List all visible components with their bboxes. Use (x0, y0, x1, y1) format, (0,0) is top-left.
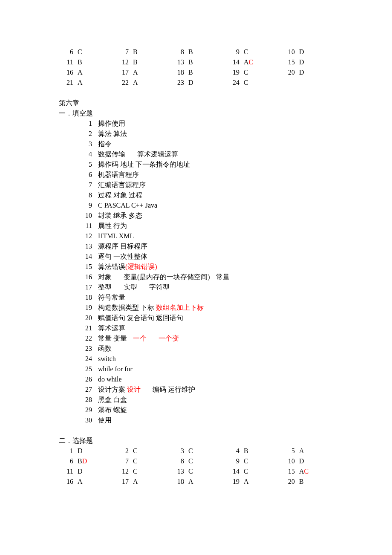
answer-correction-text: 数组名加上下标 (156, 304, 204, 311)
answer-text: 函数 (98, 345, 112, 352)
answer-letter: B (78, 456, 82, 466)
fill-blank-number: 20 (59, 313, 98, 323)
fill-blank-row: 6机器语言程序 (59, 170, 349, 180)
question-number: 20 (280, 67, 299, 78)
answer-text: 封装 继承 多态 (98, 212, 142, 219)
fill-blank-row: 4数据传输算术逻辑运算 (59, 149, 349, 159)
answer-letter: D (78, 466, 83, 477)
answer-letter: A (299, 446, 304, 456)
answer-cell: 8B (170, 47, 225, 57)
answer-cell: 11D (59, 466, 114, 477)
fill-blank-answer: 封装 继承 多态 (98, 211, 349, 221)
answer-row: 11D12C13C14C15A C (59, 466, 349, 477)
fill-blank-answer: 属性 行为 (98, 221, 349, 231)
answer-letter: D (188, 78, 193, 88)
fill-blank-answer: 赋值语句 复合语句 返回语句 (98, 313, 349, 323)
answer-text: 操作使用 (98, 120, 125, 127)
answer-letter: C (244, 47, 248, 57)
fill-blanks-list: 1操作使用2算法 算法3指令4数据传输算术逻辑运算5操作码 地址 下一条指令的地… (59, 119, 349, 425)
answer-text: 算术运算 (98, 324, 125, 332)
fill-blank-answer: HTML XML (98, 231, 349, 241)
question-number: 13 (170, 57, 188, 67)
answer-text: 指令 (98, 140, 112, 147)
question-number: 10 (280, 47, 299, 57)
answer-text: 逐句 一次性整体 (98, 253, 147, 260)
top-multiple-choice-block: 6C7B8B9C10D11B12B13B14A C15D16A17A18B19C… (59, 47, 349, 88)
question-number: 16 (59, 67, 78, 78)
question-number: 7 (114, 47, 133, 57)
answer-text: 算法错误 (98, 263, 125, 270)
answer-letter: B (133, 57, 138, 67)
answer-letter: B (133, 47, 138, 57)
fill-blank-answer: 整型实型字符型 (98, 282, 349, 292)
question-number: 18 (170, 67, 188, 78)
answer-text: 构造数据类型 下标 (98, 304, 156, 311)
fill-blank-answer: 算术运算 (98, 323, 349, 333)
fill-blank-row: 30使用 (59, 415, 349, 425)
answer-cell: 1D (59, 446, 114, 456)
fill-blank-number: 22 (59, 333, 98, 344)
answer-row: 16A17A18B19C20D (59, 67, 349, 78)
question-number: 15 (280, 57, 299, 67)
fill-blank-number: 13 (59, 241, 98, 251)
question-number: 17 (114, 67, 133, 78)
answer-row: 16A17A18A19A20B (59, 477, 349, 487)
answer-letter: C (244, 78, 248, 88)
answer-text: 机器语言程序 (98, 171, 139, 178)
answer-letter: A (133, 78, 138, 88)
answer-cell: 19C (225, 67, 280, 78)
fill-blank-answer: 符号常量 (98, 292, 349, 303)
question-number: 19 (225, 477, 244, 487)
fill-blank-number: 5 (59, 159, 98, 170)
question-number: 12 (114, 466, 133, 477)
answer-cell: 20B (280, 477, 336, 487)
fill-blank-number: 4 (59, 149, 98, 159)
fill-blank-number: 1 (59, 119, 98, 129)
answer-text: C PASCAL C++ Java (98, 202, 157, 209)
answer-cell: 18B (170, 67, 225, 78)
fill-blank-answer: 设计方案 设计编码 运行维护 (98, 384, 349, 395)
fill-blank-row: 17整型实型字符型 (59, 282, 349, 292)
answer-row: 11B12B13B14A C15D (59, 57, 349, 67)
answer-letter: C (133, 466, 138, 477)
fill-blank-answer: 使用 (98, 415, 349, 425)
answer-text: 汇编语言源程序 (98, 181, 146, 188)
fill-blank-row: 20赋值语句 复合语句 返回语句 (59, 313, 349, 323)
fill-blank-number: 16 (59, 272, 98, 282)
fill-blank-answer: 数据传输算术逻辑运算 (98, 149, 349, 159)
fill-blank-row: 3指令 (59, 139, 349, 149)
answer-text: 编码 运行维护 (153, 386, 195, 393)
answer-text: 赋值语句 复合语句 返回语句 (98, 314, 183, 321)
question-number: 16 (59, 477, 78, 487)
answer-letter: C (133, 456, 138, 466)
answer-text: 源程序 目标程序 (98, 243, 147, 250)
answer-letter: A (78, 78, 83, 88)
fill-blank-number: 25 (59, 364, 98, 374)
fill-blank-answer: 汇编语言源程序 (98, 180, 349, 190)
answer-letter: B (188, 57, 193, 67)
fill-blank-answer: 函数 (98, 344, 349, 354)
answer-letter: B (299, 477, 304, 487)
question-number: 11 (59, 57, 78, 67)
answer-cell: 17A (114, 477, 170, 487)
answer-row: 21A22A23D24C (59, 78, 349, 88)
fill-blank-row: 16对象变量(是内存的一块存储空间)常量 (59, 272, 349, 282)
answer-cell: 3C (170, 446, 225, 456)
answer-text: switch (98, 355, 116, 362)
fill-blank-answer: 机器语言程序 (98, 170, 349, 180)
fill-blank-row: 19构造数据类型 下标 数组名加上下标 (59, 303, 349, 313)
fill-blank-number: 15 (59, 262, 98, 272)
answer-correction-text: 设计 (127, 386, 141, 393)
answer-letter: C (188, 466, 193, 477)
question-number: 12 (114, 57, 133, 67)
answer-text: do while (98, 376, 122, 383)
answer-cell: 19A (225, 477, 280, 487)
question-number: 8 (170, 456, 188, 466)
fill-blank-answer: C PASCAL C++ Java (98, 200, 349, 211)
fill-blank-row: 11属性 行为 (59, 221, 349, 231)
question-number: 10 (280, 456, 299, 466)
answer-cell: 6B D (59, 456, 114, 466)
answer-cell: 23D (170, 78, 225, 88)
section-fill-blanks-title: 一．填空题 (59, 108, 349, 119)
answer-text: 属性 行为 (98, 222, 127, 229)
